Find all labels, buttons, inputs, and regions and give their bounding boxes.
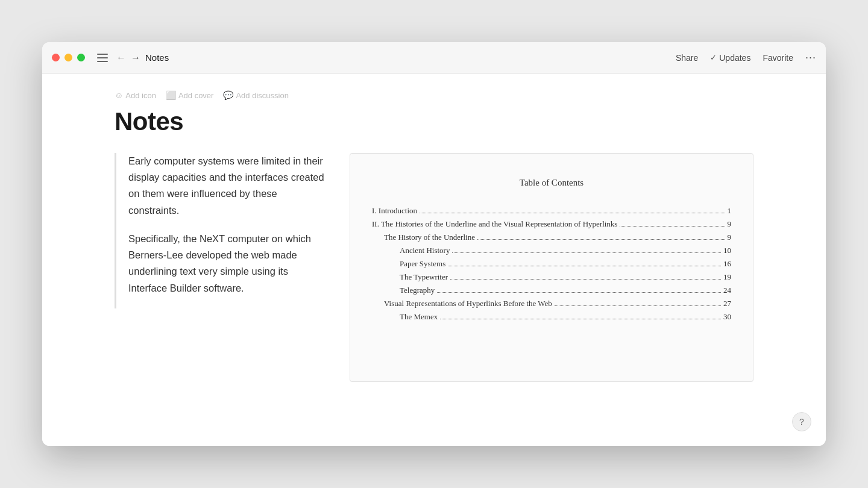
toc-entry: The History of the Underline 9 <box>372 233 731 242</box>
toc-title: Table of Contents <box>372 178 731 188</box>
toc-entry-text: II. The Histories of the Underline and t… <box>372 219 617 229</box>
page-heading: Notes <box>115 107 753 136</box>
nav-arrows: ← → <box>116 53 140 63</box>
menu-icon[interactable] <box>97 54 108 62</box>
toc-entry: The Memex 30 <box>372 312 731 322</box>
toc-entry-text: The Typewriter <box>372 272 448 282</box>
blockquote-paragraph-1: Early computer systems were limited in t… <box>128 153 326 219</box>
toc-entry: Paper Systems 16 <box>372 259 731 269</box>
toc-page: 19 <box>723 272 731 282</box>
toc-dots <box>420 213 725 213</box>
toc-dots <box>450 279 721 280</box>
toc-entry-text: I. Introduction <box>372 206 417 216</box>
toc-page: 27 <box>723 299 731 308</box>
page-meta: ☺ Add icon ⬜ Add cover 💬 Add discussion <box>115 74 753 107</box>
toc-dots <box>437 292 721 293</box>
titlebar-actions: Share ✓ Updates Favorite ··· <box>676 51 816 64</box>
toc-page: 30 <box>723 312 731 322</box>
toc-dots <box>620 226 725 227</box>
blockquote-paragraph-2: Specifically, the NeXT computer on which… <box>128 231 326 296</box>
image-icon: ⬜ <box>166 90 176 100</box>
toc-page: 9 <box>728 233 732 242</box>
toc-entry-text: Paper Systems <box>372 259 445 269</box>
toc-card: Table of Contents I. Introduction 1 II. … <box>350 153 753 382</box>
toc-page: 9 <box>728 219 732 229</box>
help-button[interactable]: ? <box>792 412 811 431</box>
toc-page: 1 <box>728 206 732 216</box>
add-cover-button[interactable]: ⬜ Add cover <box>166 90 214 100</box>
toc-entry: Ancient History 10 <box>372 246 731 255</box>
back-arrow[interactable]: ← <box>116 53 126 63</box>
page-title-bar: Notes <box>145 52 169 63</box>
share-button[interactable]: Share <box>676 53 698 63</box>
maximize-button[interactable] <box>77 54 85 61</box>
content-grid: Early computer systems were limited in t… <box>115 153 753 382</box>
toc-entry-text: Telegraphy <box>372 286 435 295</box>
more-button[interactable]: ··· <box>805 51 816 64</box>
blockquote-section: Early computer systems were limited in t… <box>115 153 326 308</box>
toc-dots <box>440 319 721 319</box>
toc-entry-text: Visual Representations of Hyperlinks Bef… <box>372 299 552 308</box>
titlebar: ← → Notes Share ✓ Updates Favorite ··· <box>42 42 826 74</box>
toc-entry: I. Introduction 1 <box>372 206 731 216</box>
updates-button[interactable]: ✓ Updates <box>710 53 750 63</box>
toc-entry-text: The Memex <box>372 312 438 322</box>
toc-entry-text: The History of the Underline <box>372 233 475 242</box>
app-window: ← → Notes Share ✓ Updates Favorite ··· ☺ <box>42 42 826 446</box>
check-icon: ✓ <box>710 53 717 62</box>
toc-page: 24 <box>723 286 731 295</box>
toc-dots <box>555 305 721 306</box>
toc-dots <box>477 239 725 240</box>
close-button[interactable] <box>52 54 60 61</box>
comment-icon: 💬 <box>223 90 233 100</box>
favorite-button[interactable]: Favorite <box>763 53 793 63</box>
toc-page: 10 <box>723 246 731 255</box>
toc-entry-text: Ancient History <box>372 246 450 255</box>
main-content: ☺ Add icon ⬜ Add cover 💬 Add discussion … <box>42 74 826 446</box>
traffic-lights <box>52 54 85 61</box>
toc-entry: The Typewriter 19 <box>372 272 731 282</box>
toc-page: 16 <box>723 259 731 269</box>
toc-entry: II. The Histories of the Underline and t… <box>372 219 731 229</box>
add-discussion-button[interactable]: 💬 Add discussion <box>223 90 288 100</box>
toc-dots <box>452 252 721 253</box>
toc-dots <box>448 266 721 266</box>
emoji-icon: ☺ <box>115 90 123 100</box>
add-icon-button[interactable]: ☺ Add icon <box>115 90 156 100</box>
toc-entry: Visual Representations of Hyperlinks Bef… <box>372 299 731 308</box>
toc-entry: Telegraphy 24 <box>372 286 731 295</box>
minimize-button[interactable] <box>64 54 72 61</box>
forward-arrow[interactable]: → <box>131 53 140 63</box>
